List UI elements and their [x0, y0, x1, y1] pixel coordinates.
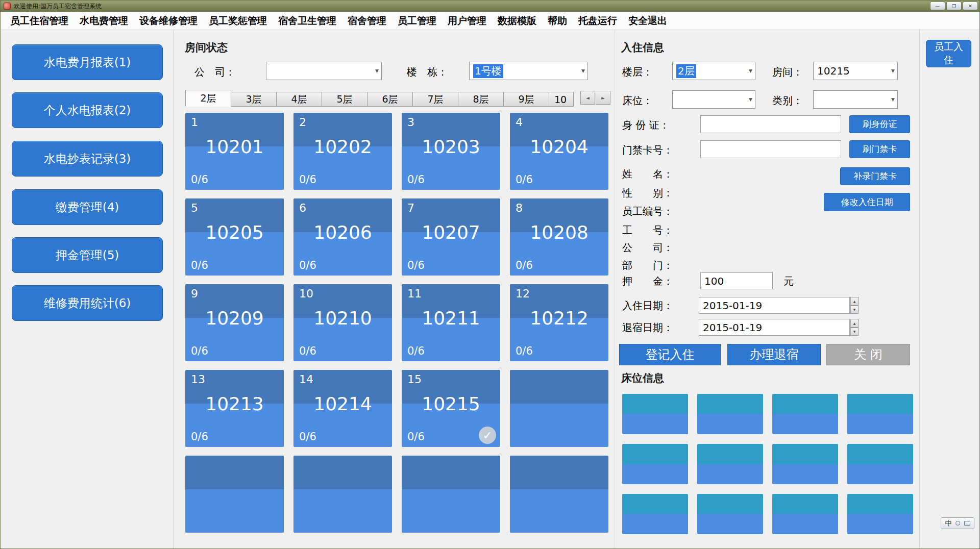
tab-floor-8[interactable]: 8层	[458, 92, 504, 107]
close-button[interactable]: 关 闭	[826, 344, 910, 365]
selected-check-icon: ✓	[479, 427, 496, 444]
sidebar-btn-personal-utility-report[interactable]: 个人水电报表(2)	[12, 92, 163, 128]
building-select[interactable]: 1号楼 ▼	[469, 62, 588, 80]
gender-label: 性 别：	[622, 186, 673, 200]
room-card-10213[interactable]: 13 10213 0/6	[185, 370, 284, 447]
process-checkout-button[interactable]: 办理退宿	[727, 344, 821, 365]
bed-card[interactable]	[697, 444, 763, 484]
room-card-10209[interactable]: 9 10209 0/6	[185, 284, 284, 361]
tab-floor-3[interactable]: 3层	[231, 92, 277, 107]
tab-floor-7[interactable]: 7层	[412, 92, 458, 107]
menu-item-hygiene-mgmt[interactable]: 宿舍卫生管理	[273, 14, 342, 28]
scan-access-button[interactable]: 刷门禁卡	[849, 140, 910, 158]
deposit-input[interactable]: 100	[700, 272, 773, 289]
menu-item-dorm-admin[interactable]: 宿舍管理	[342, 14, 392, 28]
bed-card[interactable]	[697, 494, 763, 534]
room-status-panel: 房间状态 公 司： ▼ 楼 栋： 1号楼 ▼ 2层 3层 4层 5层 6层 7层…	[174, 30, 614, 549]
floor-select[interactable]: 2层 ▼	[672, 62, 755, 80]
menu-item-reward-mgmt[interactable]: 员工奖惩管理	[203, 14, 273, 28]
sidebar-btn-utility-monthly-report[interactable]: 水电费月报表(1)	[12, 44, 163, 80]
spin-down-icon[interactable]: ▼	[850, 328, 859, 336]
keyboard-icon[interactable]	[964, 521, 970, 526]
tab-floor-5[interactable]: 5层	[322, 92, 368, 107]
menu-item-safe-exit[interactable]: 安全退出	[623, 14, 673, 28]
id-card-input[interactable]	[700, 115, 841, 133]
bed-card[interactable]	[622, 494, 688, 534]
spin-down-icon[interactable]: ▼	[850, 306, 859, 314]
menu-item-utility-mgmt[interactable]: 水电费管理	[74, 14, 134, 28]
room-number: 10213	[185, 393, 284, 414]
company-name-label: 公 司：	[622, 241, 673, 255]
minimize-icon[interactable]: —	[930, 2, 945, 10]
tab-floor-2[interactable]: 2层	[185, 90, 231, 107]
bed-card[interactable]	[622, 444, 688, 484]
company-select[interactable]: ▼	[266, 62, 382, 80]
category-select[interactable]: ▼	[813, 90, 898, 109]
sidebar-btn-meter-reading-record[interactable]: 水电抄表记录(3)	[12, 141, 163, 177]
bed-select[interactable]: ▼	[672, 90, 755, 109]
room-card-10210[interactable]: 10 10210 0/6	[293, 284, 392, 361]
room-card-10211[interactable]: 11 10211 0/6	[402, 284, 500, 361]
room-card-empty[interactable]	[402, 456, 500, 533]
employee-checkin-button[interactable]: 员工入住	[926, 40, 971, 67]
room-value: 10215	[817, 65, 850, 77]
spin-up-icon[interactable]: ▲	[850, 319, 859, 328]
room-select[interactable]: 10215 ▼	[813, 62, 898, 80]
room-card-10204[interactable]: 4 10204 0/6	[510, 113, 608, 190]
room-card-10202[interactable]: 2 10202 0/6	[293, 113, 392, 190]
register-checkin-button[interactable]: 登记入住	[619, 344, 721, 365]
ime-mode-icon[interactable]	[955, 521, 960, 526]
ime-language-bar[interactable]: 中	[941, 517, 974, 529]
room-number: 10211	[402, 308, 500, 329]
access-card-input[interactable]	[700, 140, 841, 158]
tab-floor-9[interactable]: 9层	[503, 92, 549, 107]
menu-item-user-mgmt[interactable]: 用户管理	[442, 14, 492, 28]
bed-card[interactable]	[847, 394, 913, 434]
tab-scroll-left-icon[interactable]: ◄	[580, 91, 595, 105]
room-number: 10205	[185, 222, 284, 243]
sidebar-btn-deposit-mgmt[interactable]: 押金管理(5)	[12, 237, 163, 273]
bed-card[interactable]	[847, 444, 913, 484]
ime-indicator[interactable]: 中	[945, 519, 952, 528]
supplement-card-button[interactable]: 补录门禁卡	[840, 167, 910, 185]
room-card-empty[interactable]	[293, 456, 392, 533]
room-number: 10210	[293, 308, 392, 329]
room-card-empty[interactable]	[185, 456, 284, 533]
sidebar-btn-payment-mgmt[interactable]: 缴费管理(4)	[12, 189, 163, 225]
room-card-empty[interactable]	[510, 370, 608, 447]
menu-item-tray-run[interactable]: 托盘运行	[573, 14, 623, 28]
room-card-10207[interactable]: 7 10207 0/6	[402, 198, 500, 276]
menu-item-data-template[interactable]: 数据模版	[492, 14, 542, 28]
room-card-10208[interactable]: 8 10208 0/6	[510, 198, 608, 276]
maximize-icon[interactable]: ❐	[946, 2, 962, 10]
checkout-date-input[interactable]: 2015-01-19	[699, 319, 850, 336]
tab-floor-4[interactable]: 4层	[276, 92, 322, 107]
tab-scroll-right-icon[interactable]: ►	[596, 91, 610, 105]
scan-id-button[interactable]: 刷身份证	[849, 115, 910, 133]
close-icon[interactable]: ✕	[963, 2, 978, 10]
menu-item-help[interactable]: 帮助	[542, 14, 573, 28]
room-card-10203[interactable]: 3 10203 0/6	[402, 113, 500, 190]
room-card-10206[interactable]: 6 10206 0/6	[293, 198, 392, 276]
checkin-date-input[interactable]: 2015-01-19	[699, 297, 850, 314]
menu-item-repair-mgmt[interactable]: 设备维修管理	[134, 14, 203, 28]
room-card-10214[interactable]: 14 10214 0/6	[293, 370, 392, 447]
bed-card[interactable]	[772, 394, 838, 434]
room-card-10212[interactable]: 12 10212 0/6	[510, 284, 608, 361]
menu-item-dorm-mgmt[interactable]: 员工住宿管理	[5, 14, 74, 28]
tab-floor-6[interactable]: 6层	[367, 92, 413, 107]
room-card-empty[interactable]	[510, 456, 608, 533]
menu-item-employee-mgmt[interactable]: 员工管理	[392, 14, 442, 28]
bed-card[interactable]	[847, 494, 913, 534]
room-card-10201[interactable]: 1 10201 0/6	[185, 113, 284, 190]
room-card-10215[interactable]: 15 10215 0/6 ✓	[402, 370, 500, 447]
room-card-10205[interactable]: 5 10205 0/6	[185, 198, 284, 276]
bed-card[interactable]	[772, 444, 838, 484]
bed-card[interactable]	[697, 394, 763, 434]
tab-floor-10[interactable]: 10	[549, 92, 574, 107]
spin-up-icon[interactable]: ▲	[850, 297, 859, 306]
modify-checkin-date-button[interactable]: 修改入住日期	[824, 193, 910, 211]
bed-card[interactable]	[622, 394, 688, 434]
sidebar-btn-repair-cost-stats[interactable]: 维修费用统计(6)	[12, 285, 163, 321]
bed-card[interactable]	[772, 494, 838, 534]
